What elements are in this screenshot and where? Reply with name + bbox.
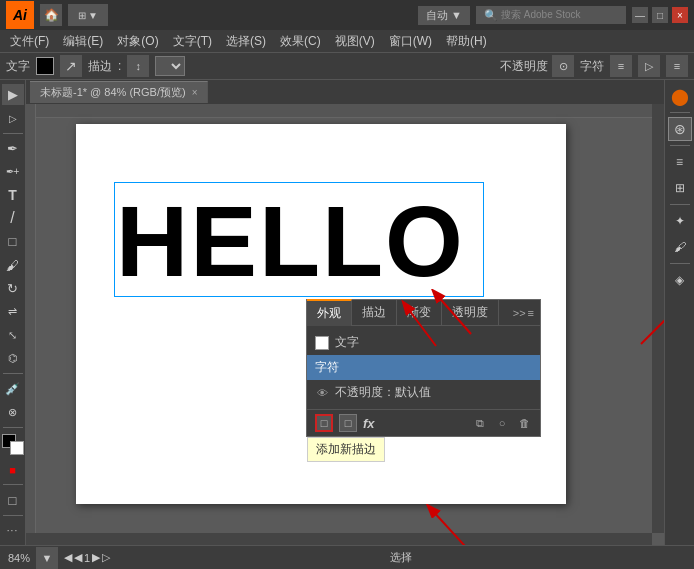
background-color[interactable] bbox=[10, 441, 24, 455]
symbol-panel-btn[interactable]: ✦ bbox=[668, 209, 692, 233]
add-anchor-tool[interactable]: ✒+ bbox=[2, 161, 24, 182]
nav-left[interactable]: ◀ bbox=[74, 551, 82, 564]
nav-prev[interactable]: ◀ bbox=[64, 551, 72, 564]
line-tool[interactable]: / bbox=[2, 208, 24, 229]
align-panel-btn[interactable]: ≡ bbox=[668, 150, 692, 174]
appearance-row-opacity[interactable]: 👁 不透明度：默认值 bbox=[307, 380, 540, 405]
warp-tool[interactable]: ⌬ bbox=[2, 348, 24, 369]
menu-effect[interactable]: 效果(C) bbox=[274, 31, 327, 52]
zoom-value: 84% bbox=[8, 552, 30, 564]
color-panel-btn[interactable]: ⬤ bbox=[668, 84, 692, 108]
canvas-area: 未标题-1* @ 84% (RGB/预览) × HELLO 外观 描边 渐变 bbox=[26, 80, 664, 545]
stroke-color[interactable]: ↗ bbox=[60, 55, 82, 77]
menu-help[interactable]: 帮助(H) bbox=[440, 31, 493, 52]
align-btn[interactable]: ≡ bbox=[610, 55, 632, 77]
home-icon[interactable]: 🏠 bbox=[40, 4, 62, 26]
paintbrush-tool[interactable]: 🖌 bbox=[2, 254, 24, 275]
tab-transparency[interactable]: 透明度 bbox=[442, 300, 499, 325]
scale-tool[interactable]: ⤡ bbox=[2, 324, 24, 345]
rect-tool[interactable]: □ bbox=[2, 231, 24, 252]
appearance-panel-btn[interactable]: ⊛ bbox=[668, 117, 692, 141]
appearance-row-glyph[interactable]: 字符 bbox=[307, 355, 540, 380]
nav-right[interactable]: ▶ bbox=[92, 551, 100, 564]
type-label: 文字 bbox=[6, 58, 30, 75]
canvas-wrapper[interactable]: HELLO 外观 描边 渐变 透明度 >> ≡ bbox=[26, 104, 664, 545]
pen-tool[interactable]: ✒ bbox=[2, 138, 24, 159]
stock-search[interactable]: 🔍 搜索 Adobe Stock bbox=[476, 6, 626, 24]
stroke-select[interactable] bbox=[155, 56, 185, 76]
delete-icon[interactable]: 🗑 bbox=[516, 415, 532, 431]
tool-separator-3 bbox=[3, 427, 23, 428]
brush-panel-btn[interactable]: 🖌 bbox=[668, 235, 692, 259]
blend-tool[interactable]: ⊗ bbox=[2, 401, 24, 422]
menu-object[interactable]: 对象(O) bbox=[111, 31, 164, 52]
view-switcher[interactable]: ⊞▼ bbox=[68, 4, 108, 26]
page-nav: ◀ ◀ 1 ▶ ▷ bbox=[64, 551, 110, 564]
stroke-weight[interactable]: ↕ bbox=[127, 55, 149, 77]
color-mode-btn[interactable]: ■ bbox=[2, 459, 24, 480]
zoom-dropdown[interactable]: ▼ bbox=[36, 547, 58, 569]
document-tab[interactable]: 未标题-1* @ 84% (RGB/预览) × bbox=[30, 81, 208, 103]
copy-icon[interactable]: ⧉ bbox=[472, 415, 488, 431]
appearance-opacity-label: 不透明度：默认值 bbox=[335, 384, 431, 401]
menu-edit[interactable]: 编辑(E) bbox=[57, 31, 109, 52]
nav-next[interactable]: ▷ bbox=[102, 551, 110, 564]
mirror-tool[interactable]: ⇌ bbox=[2, 301, 24, 322]
tab-gradient[interactable]: 渐变 bbox=[397, 300, 442, 325]
panel-tabs: 外观 描边 渐变 透明度 >> ≡ bbox=[307, 300, 540, 326]
right-separator-1 bbox=[670, 112, 690, 113]
add-fill-button[interactable]: □ bbox=[339, 414, 357, 432]
auto-button[interactable]: 自动 ▼ bbox=[418, 6, 470, 25]
tab-close[interactable]: × bbox=[192, 87, 198, 98]
panel-content: 文字 字符 👁 不透明度：默认值 bbox=[307, 326, 540, 409]
horizontal-scrollbar[interactable] bbox=[26, 533, 652, 545]
circle-icon[interactable]: ○ bbox=[494, 415, 510, 431]
statusbar: 84% ▼ ◀ ◀ 1 ▶ ▷ 选择 bbox=[0, 545, 694, 569]
graphic-style-btn[interactable]: ◈ bbox=[668, 268, 692, 292]
text-tool[interactable]: T bbox=[2, 184, 24, 205]
tab-appearance[interactable]: 外观 bbox=[307, 299, 352, 326]
opacity-control: 不透明度 ⊙ bbox=[500, 55, 574, 77]
tab-stroke[interactable]: 描边 bbox=[352, 300, 397, 325]
panel-btn[interactable]: ≡ bbox=[666, 55, 688, 77]
eyedropper-tool[interactable]: 💉 bbox=[2, 378, 24, 399]
add-stroke-button[interactable]: □ bbox=[315, 414, 333, 432]
menu-type[interactable]: 文字(T) bbox=[167, 31, 218, 52]
fx-button[interactable]: fx bbox=[363, 416, 375, 431]
menu-view[interactable]: 视图(V) bbox=[329, 31, 381, 52]
right-separator-4 bbox=[670, 263, 690, 264]
more-btn[interactable]: ▷ bbox=[638, 55, 660, 77]
status-mode: 选择 bbox=[308, 550, 494, 565]
horizontal-ruler bbox=[36, 104, 652, 118]
appearance-row-text[interactable]: 文字 bbox=[307, 330, 540, 355]
minimize-button[interactable]: — bbox=[632, 7, 648, 23]
zoom-display: 84% bbox=[8, 552, 30, 564]
maximize-button[interactable]: □ bbox=[652, 7, 668, 23]
panel-more-btn[interactable]: >> ≡ bbox=[507, 307, 540, 319]
menu-select[interactable]: 选择(S) bbox=[220, 31, 272, 52]
more-tools-btn[interactable]: ··· bbox=[2, 520, 24, 541]
close-button[interactable]: × bbox=[672, 7, 688, 23]
color-swatches[interactable] bbox=[2, 434, 24, 455]
vertical-scrollbar[interactable] bbox=[652, 104, 664, 533]
appearance-glyph-label: 字符 bbox=[315, 359, 339, 376]
app-logo: Ai bbox=[6, 1, 34, 29]
appearance-text-label: 文字 bbox=[335, 334, 359, 351]
page-number: 1 bbox=[84, 552, 90, 564]
tool-separator-5 bbox=[3, 515, 23, 516]
rotate-tool[interactable]: ↻ bbox=[2, 278, 24, 299]
menu-window[interactable]: 窗口(W) bbox=[383, 31, 438, 52]
opacity-icon[interactable]: ⊙ bbox=[552, 55, 574, 77]
fill-color[interactable] bbox=[36, 57, 54, 75]
direct-select-tool[interactable]: ▷ bbox=[2, 107, 24, 128]
select-tool[interactable]: ▶ bbox=[2, 84, 24, 105]
draw-mode-btn[interactable]: □ bbox=[2, 489, 24, 510]
transform-panel-btn[interactable]: ⊞ bbox=[668, 176, 692, 200]
appearance-panel: 外观 描边 渐变 透明度 >> ≡ 文字 bbox=[306, 299, 541, 437]
main-area: ▶ ▷ ✒ ✒+ T / □ 🖌 ↻ ⇌ ⤡ ⌬ 💉 ⊗ ■ □ ··· 未标题… bbox=[0, 80, 694, 545]
glyph-label: 字符 bbox=[580, 58, 604, 75]
tab-title: 未标题-1* @ 84% (RGB/预览) bbox=[40, 85, 186, 100]
menu-file[interactable]: 文件(F) bbox=[4, 31, 55, 52]
visibility-icon[interactable]: 👁 bbox=[315, 386, 329, 400]
tab-bar: 未标题-1* @ 84% (RGB/预览) × bbox=[26, 80, 664, 104]
